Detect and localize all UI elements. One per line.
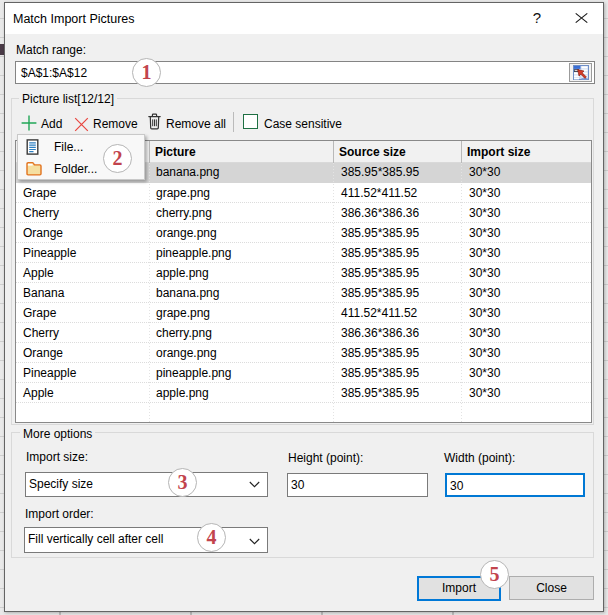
remove-button[interactable]: Remove (93, 117, 138, 131)
table-cell-import_size: 30*30 (469, 246, 500, 260)
table-row[interactable]: Cherrycherry.png386.36*386.3630*30 (16, 203, 591, 223)
range-picker-icon (573, 65, 589, 80)
range-picker-button[interactable] (569, 63, 592, 82)
remove-icon (74, 117, 89, 132)
height-input[interactable]: 30 (287, 473, 428, 497)
table-cell-source_size: 385.95*385.95 (341, 386, 419, 400)
table-cell-source_size: 385.95*385.95 (341, 346, 419, 360)
file-icon (26, 139, 39, 155)
table-cell-picture: grape.png (156, 306, 210, 320)
chevron-down-icon (249, 481, 260, 488)
table-row[interactable]: Bananabanana.png385.95*385.9530*30 (16, 283, 591, 303)
height-label: Height (point): (288, 451, 363, 465)
table-cell-source_size: 385.95*385.95 (341, 266, 419, 280)
table-cell-import_size: 30*30 (469, 226, 500, 240)
menu-item-file-label: File... (54, 140, 83, 154)
folder-icon (26, 161, 42, 176)
table-cell-import_size: 30*30 (469, 165, 500, 179)
body-column-line (333, 163, 334, 422)
table-cell-import_size: 30*30 (469, 386, 500, 400)
width-input[interactable]: 30 (445, 473, 585, 497)
table-cell-picture: pineapple.png (156, 246, 231, 260)
remove-all-button[interactable]: Remove all (166, 117, 226, 131)
annotation-2: 2 (103, 144, 132, 173)
header-column-line (149, 141, 150, 163)
import-size-label: Import size: (26, 450, 88, 464)
table-cell-match: Pineapple (23, 366, 76, 380)
import-order-label: Import order: (25, 507, 94, 521)
remove-all-icon (147, 112, 162, 131)
table-cell-source_size: 385.95*385.95 (341, 366, 419, 380)
table-cell-import_size: 30*30 (469, 286, 500, 300)
table-row[interactable]: Pineapplepineapple.png385.95*385.9530*30 (16, 243, 591, 263)
chevron-down-icon (249, 538, 260, 545)
height-value: 30 (291, 478, 304, 492)
case-sensitive-label: Case sensitive (264, 117, 342, 131)
toolbar-separator (233, 112, 234, 132)
table-cell-source_size: 385.95*385.95 (341, 165, 419, 179)
table-row[interactable]: Cherrycherry.png386.36*386.3630*30 (16, 323, 591, 343)
table-cell-import_size: 30*30 (469, 346, 500, 360)
add-icon (21, 115, 37, 131)
header-column-line (333, 141, 334, 163)
table-cell-source_size: 411.52*411.52 (341, 186, 417, 200)
table-cell-picture: banana.png (156, 165, 219, 179)
table-row[interactable]: Orangeorange.png385.95*385.9530*30 (16, 223, 591, 243)
table-cell-source_size: 385.95*385.95 (341, 226, 419, 240)
table-cell-match: Apple (23, 266, 54, 280)
column-header-import-size[interactable]: Import size (467, 145, 530, 159)
annotation-4: 4 (197, 523, 226, 552)
help-button[interactable]: ? (523, 5, 551, 31)
table-cell-picture: cherry.png (156, 326, 212, 340)
column-header-picture[interactable]: Picture (155, 145, 196, 159)
match-range-label: Match range: (16, 43, 86, 57)
close-button[interactable]: Close (509, 576, 594, 600)
table-cell-import_size: 30*30 (469, 366, 500, 380)
table-cell-match: Orange (23, 226, 63, 240)
annotation-1: 1 (132, 58, 161, 87)
table-row[interactable]: Pineapplepineapple.png385.95*385.9530*30 (16, 363, 591, 383)
table-cell-picture: pineapple.png (156, 366, 231, 380)
table-cell-import_size: 30*30 (469, 266, 500, 280)
case-sensitive-checkbox[interactable] (243, 114, 258, 129)
table-row[interactable]: Grapegrape.png411.52*411.5230*30 (16, 303, 591, 323)
table-cell-picture: banana.png (156, 286, 219, 300)
table-cell-picture: cherry.png (156, 206, 212, 220)
table-cell-import_size: 30*30 (469, 306, 500, 320)
table-cell-import_size: 30*30 (469, 206, 500, 220)
screen: Match Import Pictures ? Match range: $A$… (0, 0, 608, 615)
dialog-title: Match Import Pictures (13, 12, 135, 26)
table-cell-picture: grape.png (156, 186, 210, 200)
table-cell-picture: apple.png (156, 386, 209, 400)
table-cell-match: Apple (23, 386, 54, 400)
table-cell-picture: apple.png (156, 266, 209, 280)
table-cell-match: Grape (23, 186, 56, 200)
table-row[interactable]: Orangeorange.png385.95*385.9530*30 (16, 343, 591, 363)
table-cell-match: Cherry (23, 206, 59, 220)
table-cell-source_size: 385.95*385.95 (341, 286, 419, 300)
match-range-input[interactable]: $A$1:$A$12 (15, 61, 595, 84)
table-cell-source_size: 385.95*385.95 (341, 246, 419, 260)
table-cell-match: Cherry (23, 326, 59, 340)
table-row[interactable]: Appleapple.png385.95*385.9530*30 (16, 383, 591, 403)
close-icon[interactable] (565, 5, 597, 31)
picture-list-group-label: Picture list[12/12] (19, 92, 117, 106)
import-size-select[interactable]: Specify size (25, 472, 268, 497)
close-x-icon (575, 13, 588, 23)
add-button[interactable]: Add (41, 117, 62, 131)
title-bar: Match Import Pictures ? (5, 3, 603, 34)
column-header-source-size[interactable]: Source size (339, 145, 406, 159)
import-size-value: Specify size (29, 477, 93, 491)
table-cell-import_size: 30*30 (469, 186, 500, 200)
table-row[interactable]: Grapegrape.png411.52*411.5230*30 (16, 183, 591, 203)
import-order-select[interactable]: Fill vertically cell after cell (24, 527, 268, 553)
table-cell-import_size: 30*30 (469, 326, 500, 340)
table-row[interactable]: Appleapple.png385.95*385.9530*30 (16, 263, 591, 283)
width-value: 30 (450, 479, 463, 493)
annotation-3: 3 (168, 468, 197, 497)
more-options-group-label: More options (20, 427, 95, 441)
body-column-line (149, 163, 150, 422)
table-cell-source_size: 386.36*386.36 (341, 326, 419, 340)
annotation-5: 5 (480, 560, 509, 589)
header-column-line (461, 141, 462, 163)
